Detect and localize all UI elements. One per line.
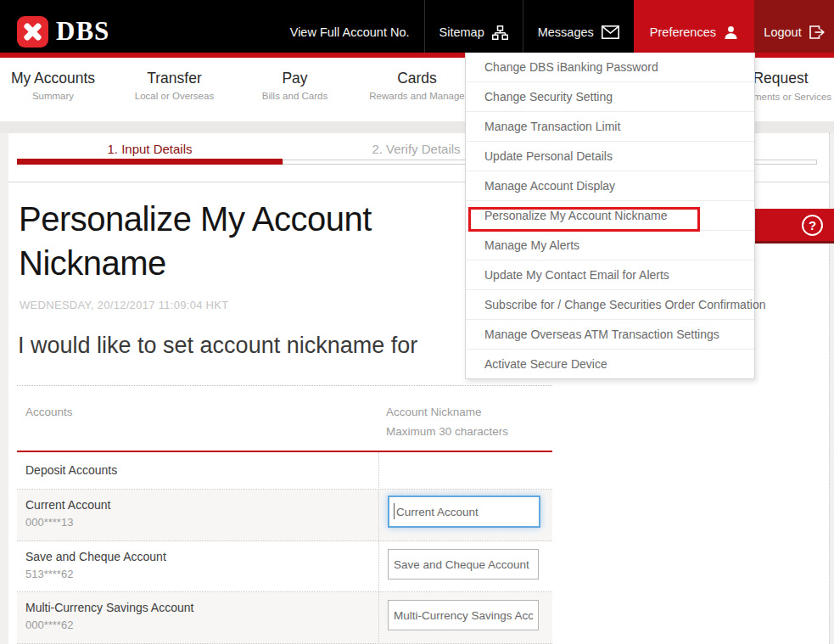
section-heading: I would like to set account nickname for xyxy=(18,333,417,359)
nav-subtitle: Rewards and Manage xyxy=(351,91,483,101)
nickname-input-current-account[interactable] xyxy=(388,496,540,528)
preferences-menu-button[interactable]: Preferences xyxy=(634,0,754,53)
help-banner: ? xyxy=(753,209,834,244)
menu-item-personalize-account-nickname[interactable]: Personalize My Account Nickname xyxy=(466,200,754,230)
nav-item-pay[interactable]: Pay Bills and Cards xyxy=(242,70,348,101)
account-number: 000****13 xyxy=(25,516,73,529)
table-section-row: Deposit Accounts xyxy=(17,452,552,490)
nav-subtitle: Summary xyxy=(0,91,106,101)
menu-item-manage-my-alerts[interactable]: Manage My Alerts xyxy=(466,230,754,260)
person-icon xyxy=(724,25,738,39)
nickname-input-save-cheque[interactable] xyxy=(388,549,539,580)
view-full-account-label: View Full Account No. xyxy=(290,25,410,39)
nav-title: My Accounts xyxy=(0,70,106,87)
messages-label: Messages xyxy=(538,25,594,39)
menu-item-manage-account-display[interactable]: Manage Account Display xyxy=(466,171,754,200)
nav-request-subtitle-partial: ments or Services xyxy=(753,92,831,102)
top-bar: DBS View Full Account No. Sitemap Messag… xyxy=(0,0,834,53)
logout-label: Logout xyxy=(764,25,801,39)
menu-item-subscribe-securities-confirmation[interactable]: Subscribe for / Change Securities Order … xyxy=(466,289,754,319)
account-number: 513****62 xyxy=(25,568,73,580)
menu-item-activate-secure-device[interactable]: Activate Secure Device xyxy=(466,349,754,378)
preferences-dropdown-menu: Change DBS iBanking Password Change Secu… xyxy=(465,53,755,379)
sitemap-icon xyxy=(492,25,508,40)
nav-item-cards[interactable]: Cards Rewards and Manage xyxy=(351,70,483,101)
table-row: Multi-Currency Savings Account 000****62 xyxy=(17,592,552,644)
logout-button[interactable]: Logout xyxy=(754,0,834,53)
sitemap-label: Sitemap xyxy=(439,25,484,39)
envelope-icon xyxy=(602,25,619,39)
account-name: Multi-Currency Savings Account xyxy=(25,601,193,614)
menu-item-update-contact-email[interactable]: Update My Contact Email for Alerts xyxy=(466,260,754,289)
section-label-deposit-accounts: Deposit Accounts xyxy=(25,463,117,477)
text-caret xyxy=(394,503,395,519)
preferences-label: Preferences xyxy=(650,25,716,39)
dbs-ibanking-page: DBS View Full Account No. Sitemap Messag… xyxy=(0,0,834,644)
account-number: 000****62 xyxy=(25,619,73,631)
column-header-accounts: Accounts xyxy=(25,402,73,422)
nickname-input-multi-currency[interactable] xyxy=(388,600,539,630)
left-page-gutter xyxy=(0,133,8,644)
menu-item-change-password[interactable]: Change DBS iBanking Password xyxy=(466,53,754,81)
account-name: Current Account xyxy=(25,498,110,512)
menu-item-update-personal-details[interactable]: Update Personal Details xyxy=(466,141,754,171)
table-row: Save and Cheque Account 513****62 xyxy=(17,541,552,592)
menu-item-manage-transaction-limit[interactable]: Manage Transaction Limit xyxy=(466,111,754,141)
column-header-nickname: Account Nickname Maximum 30 characters xyxy=(386,402,508,441)
help-icon[interactable]: ? xyxy=(802,215,823,236)
timestamp: WEDNESDAY, 20/12/2017 11:09:04 HKT xyxy=(20,299,229,311)
dbs-logo-icon xyxy=(17,16,48,48)
account-name: Save and Cheque Account xyxy=(25,550,166,563)
messages-link[interactable]: Messages xyxy=(523,0,634,53)
menu-item-manage-overseas-atm[interactable]: Manage Overseas ATM Transaction Settings xyxy=(466,319,754,349)
step-1-input-details: 1. Input Details xyxy=(17,142,283,156)
nav-item-transfer[interactable]: Transfer Local or Overseas xyxy=(121,70,227,101)
nav-title: Pay xyxy=(242,70,348,87)
nav-subtitle: Local or Overseas xyxy=(121,91,227,101)
nav-subtitle: Bills and Cards xyxy=(242,91,348,101)
section-separator xyxy=(17,385,552,386)
nav-item-my-accounts[interactable]: My Accounts Summary xyxy=(0,70,106,101)
table-row: Current Account 000****13 xyxy=(17,490,552,541)
step-1-progress-bar xyxy=(17,159,283,165)
nickname-header-line2: Maximum 30 characters xyxy=(386,422,508,441)
menu-item-change-security-setting[interactable]: Change Security Setting xyxy=(466,81,754,111)
dbs-logo-text: DBS xyxy=(56,16,109,47)
page-title: Personalize My Account Nickname xyxy=(19,197,494,285)
nickname-header-line1: Account Nickname xyxy=(386,402,508,422)
logout-icon xyxy=(809,25,825,39)
table-column-divider xyxy=(378,452,379,644)
view-full-account-link[interactable]: View Full Account No. xyxy=(276,0,424,53)
dbs-logo[interactable]: DBS xyxy=(0,0,109,53)
sitemap-link[interactable]: Sitemap xyxy=(424,0,523,53)
nav-title: Cards xyxy=(351,70,483,87)
nav-title: Transfer xyxy=(121,70,227,87)
